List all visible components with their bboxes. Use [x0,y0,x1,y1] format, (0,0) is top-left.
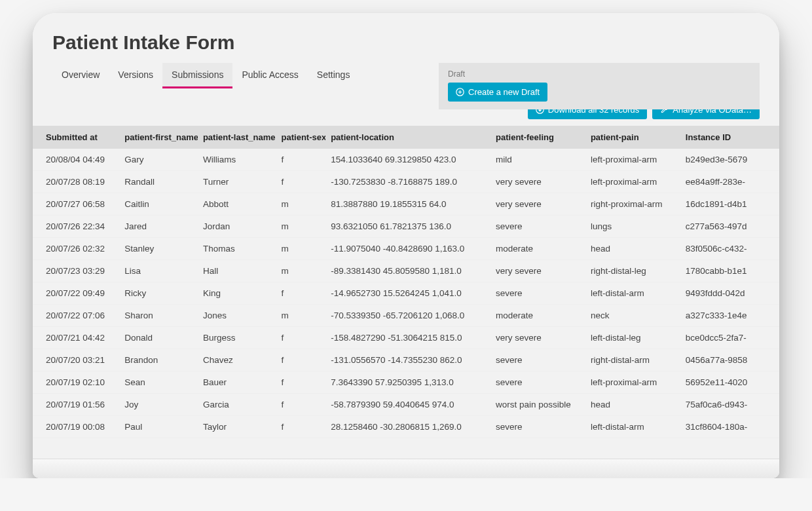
cell-instance_id: 75af0ca6-d943- [680,394,779,416]
table-row[interactable]: 20/07/23 03:29LisaHallm-89.3381430 45.80… [33,260,779,282]
cell-pain: head [585,394,680,416]
cell-feeling: mild [490,149,585,171]
cell-last_name: Bauer [198,371,276,394]
cell-sex: m [276,305,326,327]
cell-instance_id: 1780cabb-b1e1 [680,260,779,282]
table-row[interactable]: 20/07/28 08:19RandallTurnerf-130.7253830… [33,171,779,193]
create-draft-button[interactable]: Create a new Draft [448,83,547,102]
submissions-table: Submitted at patient-first_name patient-… [33,126,779,438]
cell-last_name: Thomas [198,238,276,260]
cell-pain: left-distal-leg [585,327,680,349]
cell-location: -70.5339350 -65.7206120 1,068.0 [325,305,490,327]
table-row[interactable]: 20/07/20 03:21BrandonChavezf-131.0556570… [33,349,779,371]
table-row[interactable]: 20/07/19 02:10SeanBauerf7.3643390 57.925… [33,371,779,394]
table-row[interactable]: 20/08/04 04:49GaryWilliamsf154.1033640 6… [33,149,779,171]
col-submitted-at[interactable]: Submitted at [33,126,119,149]
tab-versions[interactable]: Versions [109,63,162,88]
col-pain[interactable]: patient-pain [585,126,680,149]
tab-overview[interactable]: Overview [52,63,109,88]
cell-pain: left-proximal-arm [585,149,680,171]
tab-submissions[interactable]: Submissions [162,63,232,88]
cell-submitted_at: 20/07/22 07:06 [33,305,119,327]
cell-last_name: Garcia [198,394,276,416]
cell-submitted_at: 20/07/21 04:42 [33,327,119,349]
draft-label: Draft [448,69,750,79]
cell-first_name: Sharon [119,305,198,327]
cell-location: 81.3887880 19.1855315 64.0 [325,193,490,216]
cell-feeling: very severe [490,193,585,216]
cell-last_name: Chavez [198,349,276,371]
cell-instance_id: a327c333-1e4e [680,305,779,327]
col-sex[interactable]: patient-sex [276,126,326,149]
cell-pain: neck [585,305,680,327]
cell-instance_id: b249ed3e-5679 [680,149,779,171]
cell-last_name: Abbott [198,193,276,216]
col-feeling[interactable]: patient-feeling [490,126,585,149]
table-row[interactable]: 20/07/19 01:56JoyGarciaf-58.7879390 59.4… [33,394,779,416]
plus-circle-icon [456,88,464,96]
table-row[interactable]: 20/07/22 09:49RickyKingf-14.9652730 15.5… [33,282,779,305]
cell-last_name: King [198,282,276,305]
cell-feeling: severe [490,371,585,394]
cell-sex: m [276,193,326,216]
cell-last_name: Jones [198,305,276,327]
table-row[interactable]: 20/07/27 06:58CaitlinAbbottm81.3887880 1… [33,193,779,216]
table-row[interactable]: 20/07/26 02:32StanleyThomasm-11.9075040 … [33,238,779,260]
cell-pain: right-distal-arm [585,349,680,371]
cell-first_name: Lisa [119,260,198,282]
cell-sex: f [276,349,326,371]
cell-sex: f [276,282,326,305]
cell-pain: left-distal-arm [585,416,680,438]
cell-last_name: Williams [198,149,276,171]
cell-feeling: severe [490,282,585,305]
cell-submitted_at: 20/07/26 22:34 [33,216,119,238]
tabs: Overview Versions Submissions Public Acc… [52,63,359,88]
tab-settings[interactable]: Settings [308,63,360,88]
cell-submitted_at: 20/07/28 08:19 [33,171,119,193]
tab-public-access[interactable]: Public Access [232,63,307,88]
cell-pain: head [585,238,680,260]
col-last-name[interactable]: patient-last_name [198,126,276,149]
cell-submitted_at: 20/07/19 01:56 [33,394,119,416]
col-first-name[interactable]: patient-first_name [119,126,198,149]
laptop-frame: Patient Intake Form Overview Versions Su… [33,13,779,478]
col-location[interactable]: patient-location [325,126,490,149]
cell-submitted_at: 20/07/27 06:58 [33,193,119,216]
cell-location: 154.1033640 69.3129850 423.0 [325,149,490,171]
table-row[interactable]: 20/07/26 22:34JaredJordanm93.6321050 61.… [33,216,779,238]
cell-submitted_at: 20/07/19 00:08 [33,416,119,438]
laptop-base [33,459,779,478]
cell-location: -58.7879390 59.4040645 974.0 [325,394,490,416]
create-draft-label: Create a new Draft [468,87,540,97]
cell-first_name: Sean [119,371,198,394]
cell-feeling: moderate [490,305,585,327]
table-header-row: Submitted at patient-first_name patient-… [33,126,779,149]
cell-first_name: Joy [119,394,198,416]
cell-sex: m [276,260,326,282]
cell-location: -14.9652730 15.5264245 1,041.0 [325,282,490,305]
cell-instance_id: bce0dcc5-2fa7- [680,327,779,349]
table-body: 20/08/04 04:49GaryWilliamsf154.1033640 6… [33,149,779,438]
cell-first_name: Caitlin [119,193,198,216]
cell-location: -131.0556570 -14.7355230 862.0 [325,349,490,371]
table-row[interactable]: 20/07/21 04:42DonaldBurgessf-158.4827290… [33,327,779,349]
col-instance-id[interactable]: Instance ID [680,126,779,149]
cell-first_name: Paul [119,416,198,438]
cell-submitted_at: 20/07/26 02:32 [33,238,119,260]
cell-pain: left-distal-arm [585,282,680,305]
cell-submitted_at: 20/08/04 04:49 [33,149,119,171]
cell-first_name: Gary [119,149,198,171]
cell-sex: f [276,171,326,193]
cell-first_name: Brandon [119,349,198,371]
cell-feeling: severe [490,416,585,438]
cell-sex: f [276,394,326,416]
cell-submitted_at: 20/07/22 09:49 [33,282,119,305]
cell-sex: f [276,327,326,349]
cell-submitted_at: 20/07/23 03:29 [33,260,119,282]
cell-pain: right-proximal-arm [585,193,680,216]
table-row[interactable]: 20/07/19 00:08PaulTaylorf28.1258460 -30.… [33,416,779,438]
header: Patient Intake Form Overview Versions Su… [33,13,779,88]
cell-pain: right-distal-leg [585,260,680,282]
table-row[interactable]: 20/07/22 07:06SharonJonesm-70.5339350 -6… [33,305,779,327]
cell-sex: f [276,149,326,171]
